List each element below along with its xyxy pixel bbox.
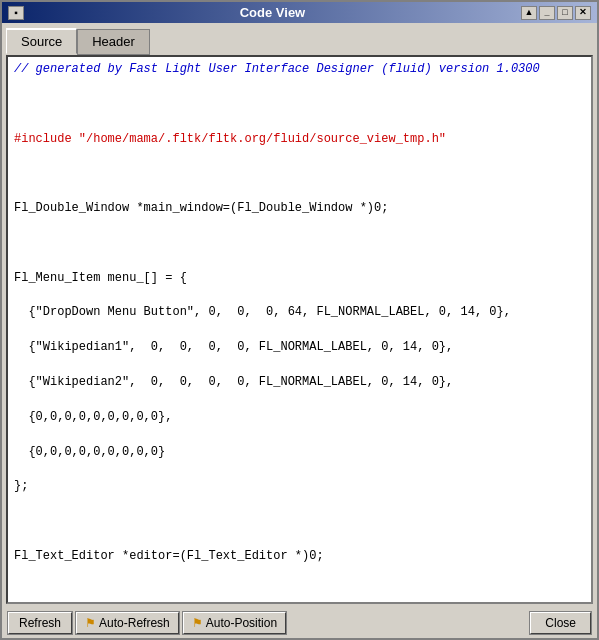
code-area-wrapper: // generated by Fast Light User Interfac… [2,53,597,608]
title-bar: ▪ Code View ▲ _ □ ✕ [2,2,597,23]
auto-refresh-icon: ⚑ [85,616,96,630]
main-window: ▪ Code View ▲ _ □ ✕ Source Header // gen… [0,0,599,640]
tab-header[interactable]: Header [77,29,150,55]
title-bar-left: ▪ [8,6,24,20]
tab-bar: Source Header [2,23,597,53]
window-title: Code View [24,5,521,20]
maximize-button[interactable]: □ [557,6,573,20]
title-bar-controls: ▲ _ □ ✕ [521,6,591,20]
close-button[interactable]: ✕ [575,6,591,20]
close-window-button[interactable]: Close [530,612,591,634]
tab-source[interactable]: Source [6,28,77,54]
auto-position-icon: ⚑ [192,616,203,630]
minimize-button[interactable]: _ [539,6,555,20]
refresh-button[interactable]: Refresh [8,612,72,634]
auto-refresh-button[interactable]: ⚑ Auto-Refresh [76,612,179,634]
system-icon[interactable]: ▪ [8,6,24,20]
auto-position-button[interactable]: ⚑ Auto-Position [183,612,286,634]
footer-left: Refresh ⚑ Auto-Refresh ⚑ Auto-Position [8,612,286,634]
move-up-button[interactable]: ▲ [521,6,537,20]
code-editor[interactable]: // generated by Fast Light User Interfac… [8,57,591,602]
footer: Refresh ⚑ Auto-Refresh ⚑ Auto-Position C… [2,608,597,638]
code-area-border: // generated by Fast Light User Interfac… [6,55,593,604]
